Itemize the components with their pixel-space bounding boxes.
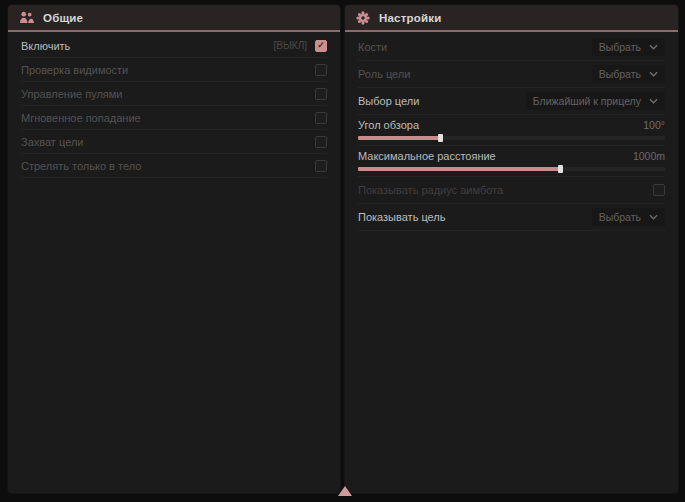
fov-slider-thumb[interactable] — [438, 134, 443, 142]
max-distance-slider-thumb[interactable] — [558, 165, 563, 173]
show-target-label: Показывать цель — [358, 211, 446, 223]
row-bones: Кости Выбрать — [358, 34, 665, 61]
visibility-check-checkbox[interactable] — [315, 64, 327, 76]
target-role-dropdown[interactable]: Выбрать — [592, 65, 665, 83]
fov-label: Угол обзора — [358, 119, 419, 131]
show-target-dropdown[interactable]: Выбрать — [592, 208, 665, 226]
enable-label: Включить — [21, 40, 70, 52]
row-target-lock[interactable]: Захват цели — [21, 130, 327, 154]
settings-panel-header: Настройки — [345, 5, 678, 32]
target-selection-dropdown[interactable]: Ближайший к прицелу — [526, 92, 665, 110]
show-aimbot-radius-checkbox[interactable] — [653, 184, 665, 196]
general-rows: Включить [ВЫКЛ] Проверка видимости Управ… — [8, 32, 340, 178]
chevron-down-icon — [649, 214, 658, 220]
max-distance-slider-fill — [358, 167, 561, 171]
row-enable[interactable]: Включить [ВЫКЛ] — [21, 34, 327, 58]
target-role-label: Роль цели — [358, 68, 410, 80]
body-only-checkbox[interactable] — [315, 160, 327, 172]
fov-value: 100° — [643, 119, 665, 131]
target-role-dropdown-value: Выбрать — [599, 68, 641, 80]
row-target-role: Роль цели Выбрать — [358, 61, 665, 88]
fov-slider[interactable] — [358, 136, 665, 140]
row-max-distance: Максимальное расстояние 1000m — [358, 146, 665, 177]
general-panel-header: Общие — [8, 5, 340, 32]
row-show-target: Показывать цель Выбрать — [358, 204, 665, 231]
row-show-aimbot-radius[interactable]: Показывать радиус аимбота — [358, 177, 665, 204]
users-icon — [19, 11, 34, 24]
visibility-check-label: Проверка видимости — [21, 64, 128, 76]
enable-hotkey: [ВЫКЛ] — [274, 40, 307, 51]
target-selection-label: Выбор цели — [358, 95, 419, 107]
bones-label: Кости — [358, 41, 387, 53]
chevron-down-icon — [649, 71, 658, 77]
target-selection-dropdown-value: Ближайший к прицелу — [533, 95, 641, 107]
bones-dropdown[interactable]: Выбрать — [592, 38, 665, 56]
chevron-down-icon — [649, 98, 658, 104]
general-panel-title: Общие — [43, 12, 83, 24]
instant-hit-label: Мгновенное попадание — [21, 112, 141, 124]
max-distance-label: Максимальное расстояние — [358, 150, 496, 162]
settings-panel-title: Настройки — [379, 12, 441, 24]
row-fov: Угол обзора 100° — [358, 115, 665, 146]
bones-dropdown-value: Выбрать — [599, 41, 641, 53]
body-only-label: Стрелять только в тело — [21, 160, 141, 172]
row-instant-hit[interactable]: Мгновенное попадание — [21, 106, 327, 130]
max-distance-value: 1000m — [633, 150, 665, 162]
row-body-only[interactable]: Стрелять только в тело — [21, 154, 327, 178]
bullet-control-checkbox[interactable] — [315, 88, 327, 100]
settings-rows: Кости Выбрать Роль цели Выбрать Выбор це… — [345, 32, 678, 231]
bullet-control-label: Управление пулями — [21, 88, 123, 100]
fov-slider-fill — [358, 136, 441, 140]
settings-panel: Настройки Кости Выбрать Роль цели Выбрат… — [345, 5, 678, 493]
row-bullet-control[interactable]: Управление пулями — [21, 82, 327, 106]
cursor-triangle-icon — [338, 486, 352, 496]
gear-icon — [356, 11, 370, 25]
enable-checkbox[interactable] — [315, 40, 327, 52]
show-target-dropdown-value: Выбрать — [599, 211, 641, 223]
max-distance-slider[interactable] — [358, 167, 665, 171]
general-panel: Общие Включить [ВЫКЛ] Проверка видимости… — [8, 5, 340, 493]
instant-hit-checkbox[interactable] — [315, 112, 327, 124]
target-lock-label: Захват цели — [21, 136, 83, 148]
target-lock-checkbox[interactable] — [315, 136, 327, 148]
row-target-selection: Выбор цели Ближайший к прицелу — [358, 88, 665, 115]
chevron-down-icon — [649, 44, 658, 50]
row-visibility-check[interactable]: Проверка видимости — [21, 58, 327, 82]
show-aimbot-radius-label: Показывать радиус аимбота — [358, 184, 503, 196]
